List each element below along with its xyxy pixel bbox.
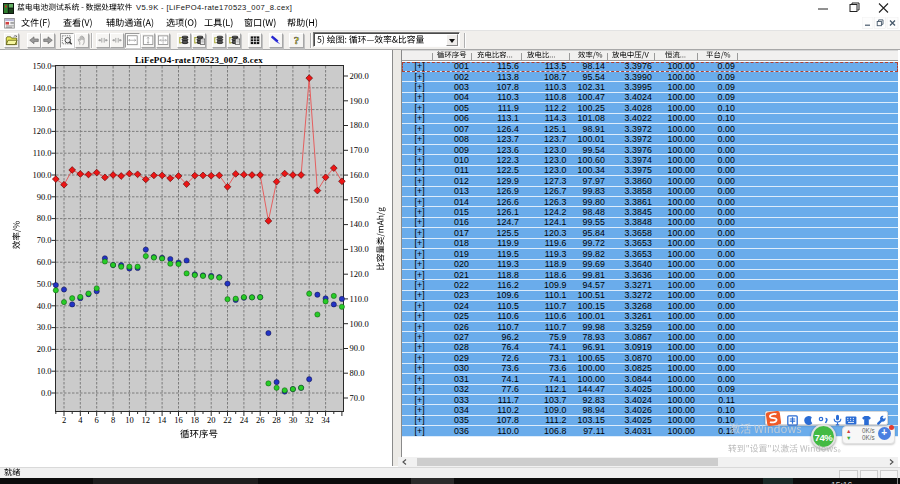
svg-text:28: 28 [272, 415, 281, 425]
svg-text:100.0: 100.0 [32, 170, 51, 180]
svg-text:26: 26 [256, 415, 265, 425]
svg-text:30: 30 [289, 415, 298, 425]
svg-text:8: 8 [111, 415, 115, 425]
svg-text:70.0: 70.0 [350, 393, 365, 403]
svg-text:2: 2 [62, 415, 66, 425]
svg-text:14: 14 [158, 415, 167, 425]
svg-text:160.0: 160.0 [350, 170, 369, 180]
svg-text:20: 20 [207, 415, 216, 425]
svg-text:0.0: 0.0 [41, 388, 52, 398]
svg-text:140.0: 140.0 [32, 83, 51, 93]
svg-text:110.0: 110.0 [33, 148, 52, 158]
svg-text:80.0: 80.0 [350, 368, 365, 378]
svg-text:100.0: 100.0 [350, 319, 369, 329]
svg-text:170.0: 170.0 [350, 145, 369, 155]
svg-text:24: 24 [240, 415, 249, 425]
svg-text:90.0: 90.0 [37, 192, 52, 202]
svg-text:6: 6 [95, 415, 99, 425]
svg-text:200.0: 200.0 [350, 71, 369, 81]
svg-text:40.0: 40.0 [37, 301, 52, 311]
svg-text:190.0: 190.0 [350, 96, 369, 106]
svg-text:10.0: 10.0 [37, 366, 52, 376]
svg-text:22: 22 [223, 415, 232, 425]
svg-text:20.0: 20.0 [37, 344, 52, 354]
svg-text:120.0: 120.0 [32, 126, 51, 136]
svg-text:32: 32 [305, 415, 314, 425]
svg-text:130.0: 130.0 [350, 244, 369, 254]
svg-text:150.0: 150.0 [32, 61, 51, 71]
svg-text:150.0: 150.0 [350, 195, 369, 205]
svg-text:60.0: 60.0 [37, 257, 52, 267]
svg-text:18: 18 [191, 415, 200, 425]
svg-text:10: 10 [125, 415, 134, 425]
svg-text:?: ? [294, 34, 300, 46]
svg-text:180.0: 180.0 [350, 120, 369, 130]
svg-text:110.0: 110.0 [350, 294, 369, 304]
svg-text:120.0: 120.0 [350, 269, 369, 279]
svg-text:34: 34 [321, 415, 330, 425]
svg-text:130.0: 130.0 [32, 104, 51, 114]
svg-text:4: 4 [78, 415, 83, 425]
svg-text:30.0: 30.0 [37, 322, 52, 332]
svg-text:LiFePO4-rate170523_007_8.cex: LiFePO4-rate170523_007_8.cex [135, 55, 263, 65]
svg-text:80.0: 80.0 [37, 213, 52, 223]
svg-text:12: 12 [142, 415, 151, 425]
svg-text:70.0: 70.0 [37, 235, 52, 245]
svg-text:50.0: 50.0 [37, 279, 52, 289]
svg-text:90.0: 90.0 [350, 343, 365, 353]
svg-text:140.0: 140.0 [350, 219, 369, 229]
svg-text:16: 16 [174, 415, 183, 425]
